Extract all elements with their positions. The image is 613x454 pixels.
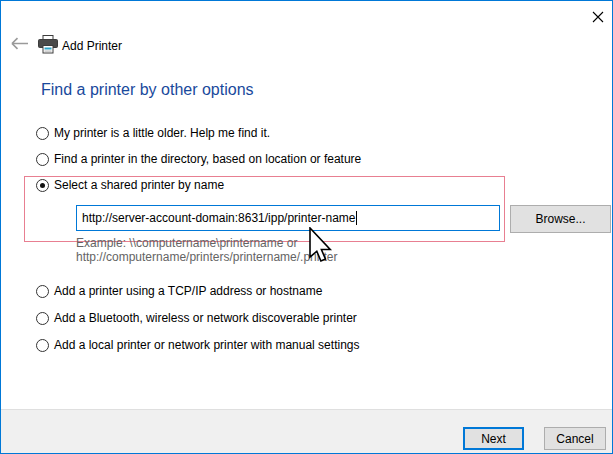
next-button[interactable]: Next — [463, 427, 524, 450]
example-line-1: Example: \\computername\printername or — [76, 237, 436, 251]
option-label: Add a Bluetooth, wireless or network dis… — [54, 311, 357, 325]
back-arrow-icon — [10, 37, 29, 53]
radio-tcpip[interactable] — [36, 285, 49, 298]
option-label: Select a shared printer by name — [54, 178, 224, 192]
option-bluetooth[interactable]: Add a Bluetooth, wireless or network dis… — [36, 310, 357, 326]
radio-find-in-directory[interactable] — [36, 153, 49, 166]
option-find-in-directory[interactable]: Find a printer in the directory, based o… — [36, 151, 361, 167]
option-local-manual[interactable]: Add a local printer or network printer w… — [36, 337, 359, 353]
example-text: Example: \\computername\printername or h… — [76, 237, 436, 264]
browse-button[interactable]: Browse... — [510, 205, 611, 233]
radio-shared-printer[interactable] — [36, 179, 49, 192]
option-shared-printer[interactable]: Select a shared printer by name — [36, 177, 224, 193]
close-icon — [592, 11, 604, 26]
option-label: Add a local printer or network printer w… — [54, 338, 359, 352]
back-button[interactable] — [9, 37, 29, 53]
dialog-title: Add Printer — [62, 39, 122, 53]
printer-name-input-value: http://server-account-domain:8631/ipp/pr… — [82, 211, 355, 225]
radio-older-printer[interactable] — [36, 127, 49, 140]
cancel-button[interactable]: Cancel — [544, 427, 606, 450]
radio-bluetooth[interactable] — [36, 312, 49, 325]
option-tcpip[interactable]: Add a printer using a TCP/IP address or … — [36, 283, 322, 299]
example-line-2: http://computername/printers/printername… — [76, 251, 436, 265]
text-caret — [356, 211, 357, 225]
footer-bar: Next Cancel — [1, 409, 612, 454]
option-label: My printer is a little older. Help me fi… — [54, 126, 270, 140]
printer-name-input[interactable]: http://server-account-domain:8631/ipp/pr… — [76, 205, 500, 231]
option-label: Find a printer in the directory, based o… — [54, 152, 361, 166]
page-title: Find a printer by other options — [41, 81, 254, 99]
radio-local-manual[interactable] — [36, 339, 49, 352]
printer-icon — [38, 35, 58, 54]
add-printer-window: Add Printer Find a printer by other opti… — [0, 0, 613, 454]
option-label: Add a printer using a TCP/IP address or … — [54, 284, 322, 298]
option-older-printer[interactable]: My printer is a little older. Help me fi… — [36, 125, 270, 141]
close-button[interactable] — [587, 7, 609, 29]
